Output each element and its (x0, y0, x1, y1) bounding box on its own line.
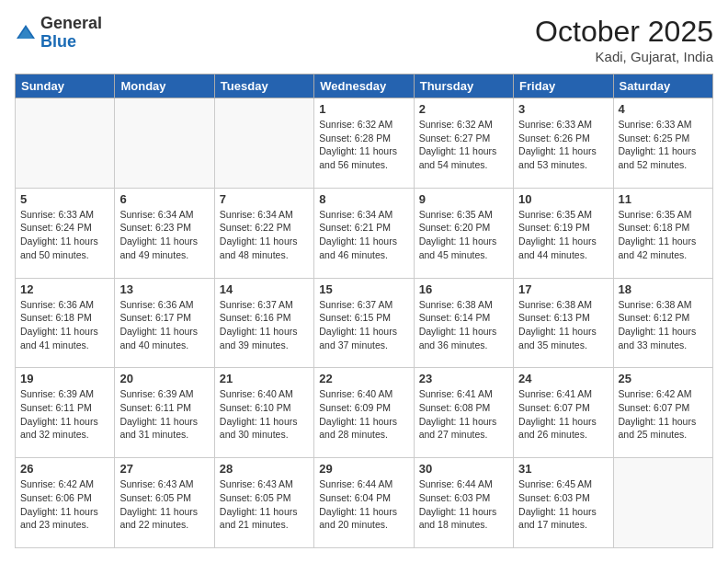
page: General Blue October 2025 Kadi, Gujarat,… (0, 0, 728, 563)
calendar-cell: 27Sunrise: 6:43 AM Sunset: 6:05 PM Dayli… (115, 458, 214, 548)
calendar-cell: 19Sunrise: 6:39 AM Sunset: 6:11 PM Dayli… (16, 368, 115, 458)
day-number: 5 (20, 192, 109, 206)
day-number: 23 (419, 372, 508, 385)
day-number: 8 (319, 192, 408, 206)
week-row-5: 26Sunrise: 6:42 AM Sunset: 6:06 PM Dayli… (16, 458, 713, 548)
weekday-header-saturday: Saturday (613, 75, 712, 98)
weekday-header-thursday: Thursday (414, 75, 513, 98)
day-info: Sunrise: 6:34 AM Sunset: 6:22 PM Dayligh… (220, 208, 309, 262)
day-info: Sunrise: 6:41 AM Sunset: 6:08 PM Dayligh… (419, 387, 508, 442)
weekday-header-friday: Friday (514, 75, 613, 98)
day-info: Sunrise: 6:37 AM Sunset: 6:16 PM Dayligh… (220, 298, 309, 352)
week-row-3: 12Sunrise: 6:36 AM Sunset: 6:18 PM Dayli… (16, 278, 713, 368)
calendar-cell: 25Sunrise: 6:42 AM Sunset: 6:07 PM Dayli… (613, 368, 712, 458)
calendar-cell: 28Sunrise: 6:43 AM Sunset: 6:05 PM Dayli… (214, 458, 313, 548)
day-info: Sunrise: 6:44 AM Sunset: 6:04 PM Dayligh… (319, 477, 408, 532)
calendar-cell (16, 98, 115, 189)
day-info: Sunrise: 6:43 AM Sunset: 6:05 PM Dayligh… (220, 477, 309, 532)
day-number: 25 (619, 372, 708, 385)
day-info: Sunrise: 6:45 AM Sunset: 6:03 PM Dayligh… (518, 477, 608, 532)
day-info: Sunrise: 6:40 AM Sunset: 6:09 PM Dayligh… (319, 387, 408, 442)
day-number: 15 (319, 282, 408, 296)
day-number: 24 (518, 372, 608, 385)
logo-text: General Blue (40, 15, 102, 52)
day-number: 1 (319, 102, 408, 116)
day-number: 29 (319, 462, 408, 476)
calendar-cell: 17Sunrise: 6:38 AM Sunset: 6:13 PM Dayli… (514, 278, 613, 368)
day-number: 6 (119, 192, 209, 206)
day-number: 2 (419, 102, 508, 116)
calendar-cell: 23Sunrise: 6:41 AM Sunset: 6:08 PM Dayli… (414, 368, 513, 458)
day-info: Sunrise: 6:34 AM Sunset: 6:23 PM Dayligh… (119, 208, 209, 262)
calendar-cell: 20Sunrise: 6:39 AM Sunset: 6:11 PM Dayli… (115, 368, 214, 458)
calendar-cell: 30Sunrise: 6:44 AM Sunset: 6:03 PM Dayli… (414, 458, 513, 548)
day-info: Sunrise: 6:40 AM Sunset: 6:10 PM Dayligh… (220, 387, 309, 442)
calendar-cell: 7Sunrise: 6:34 AM Sunset: 6:22 PM Daylig… (214, 188, 313, 278)
day-number: 13 (119, 282, 209, 296)
calendar-cell: 29Sunrise: 6:44 AM Sunset: 6:04 PM Dayli… (314, 458, 414, 548)
day-info: Sunrise: 6:42 AM Sunset: 6:07 PM Dayligh… (619, 387, 708, 442)
day-info: Sunrise: 6:37 AM Sunset: 6:15 PM Dayligh… (319, 298, 408, 352)
day-info: Sunrise: 6:33 AM Sunset: 6:24 PM Dayligh… (20, 208, 109, 262)
day-info: Sunrise: 6:35 AM Sunset: 6:20 PM Dayligh… (419, 208, 508, 262)
day-info: Sunrise: 6:35 AM Sunset: 6:19 PM Dayligh… (518, 208, 608, 262)
calendar-cell: 14Sunrise: 6:37 AM Sunset: 6:16 PM Dayli… (214, 278, 313, 368)
weekday-header-tuesday: Tuesday (214, 75, 313, 98)
day-number: 4 (619, 102, 708, 116)
day-number: 21 (220, 372, 309, 385)
calendar-cell (613, 458, 712, 548)
title-block: October 2025 Kadi, Gujarat, India (535, 15, 713, 64)
calendar-cell: 11Sunrise: 6:35 AM Sunset: 6:18 PM Dayli… (613, 188, 712, 278)
day-info: Sunrise: 6:44 AM Sunset: 6:03 PM Dayligh… (419, 477, 508, 532)
calendar-cell: 16Sunrise: 6:38 AM Sunset: 6:14 PM Dayli… (414, 278, 513, 368)
day-number: 17 (518, 282, 608, 296)
calendar-cell: 18Sunrise: 6:38 AM Sunset: 6:12 PM Dayli… (613, 278, 712, 368)
day-number: 28 (220, 462, 309, 476)
location-title: Kadi, Gujarat, India (535, 49, 713, 64)
logo-icon (15, 22, 37, 44)
calendar-cell: 13Sunrise: 6:36 AM Sunset: 6:17 PM Dayli… (115, 278, 214, 368)
day-info: Sunrise: 6:33 AM Sunset: 6:26 PM Dayligh… (518, 118, 608, 172)
calendar-cell (214, 98, 313, 189)
calendar-cell: 24Sunrise: 6:41 AM Sunset: 6:07 PM Dayli… (514, 368, 613, 458)
day-number: 14 (220, 282, 309, 296)
day-info: Sunrise: 6:32 AM Sunset: 6:28 PM Dayligh… (319, 118, 408, 172)
weekday-header-wednesday: Wednesday (314, 75, 414, 98)
calendar-cell: 8Sunrise: 6:34 AM Sunset: 6:21 PM Daylig… (314, 188, 414, 278)
calendar-cell: 31Sunrise: 6:45 AM Sunset: 6:03 PM Dayli… (514, 458, 613, 548)
calendar-cell: 26Sunrise: 6:42 AM Sunset: 6:06 PM Dayli… (16, 458, 115, 548)
day-number: 26 (20, 462, 109, 476)
logo: General Blue (15, 15, 102, 52)
day-info: Sunrise: 6:41 AM Sunset: 6:07 PM Dayligh… (518, 387, 608, 442)
day-info: Sunrise: 6:36 AM Sunset: 6:18 PM Dayligh… (20, 298, 109, 352)
weekday-header-monday: Monday (115, 75, 214, 98)
day-info: Sunrise: 6:34 AM Sunset: 6:21 PM Dayligh… (319, 208, 408, 262)
day-number: 18 (619, 282, 708, 296)
day-number: 10 (518, 192, 608, 206)
weekday-header-sunday: Sunday (16, 75, 115, 98)
calendar-body: 1Sunrise: 6:32 AM Sunset: 6:28 PM Daylig… (16, 98, 713, 548)
calendar-cell: 4Sunrise: 6:33 AM Sunset: 6:25 PM Daylig… (613, 98, 712, 189)
day-number: 3 (518, 102, 608, 116)
month-title: October 2025 (535, 15, 713, 49)
header: General Blue October 2025 Kadi, Gujarat,… (15, 15, 713, 64)
calendar-cell: 9Sunrise: 6:35 AM Sunset: 6:20 PM Daylig… (414, 188, 513, 278)
day-info: Sunrise: 6:39 AM Sunset: 6:11 PM Dayligh… (119, 387, 209, 442)
day-info: Sunrise: 6:36 AM Sunset: 6:17 PM Dayligh… (119, 298, 209, 352)
logo-blue-text: Blue (40, 33, 102, 52)
day-number: 22 (319, 372, 408, 385)
calendar-cell: 5Sunrise: 6:33 AM Sunset: 6:24 PM Daylig… (16, 188, 115, 278)
weekday-header-row: SundayMondayTuesdayWednesdayThursdayFrid… (16, 75, 713, 98)
week-row-2: 5Sunrise: 6:33 AM Sunset: 6:24 PM Daylig… (16, 188, 713, 278)
day-info: Sunrise: 6:32 AM Sunset: 6:27 PM Dayligh… (419, 118, 508, 172)
calendar-table: SundayMondayTuesdayWednesdayThursdayFrid… (15, 74, 713, 548)
day-info: Sunrise: 6:33 AM Sunset: 6:25 PM Dayligh… (619, 118, 708, 172)
day-number: 16 (419, 282, 508, 296)
day-info: Sunrise: 6:38 AM Sunset: 6:12 PM Dayligh… (619, 298, 708, 352)
calendar-cell: 22Sunrise: 6:40 AM Sunset: 6:09 PM Dayli… (314, 368, 414, 458)
day-number: 19 (20, 372, 109, 385)
logo-general: General (40, 15, 102, 33)
week-row-1: 1Sunrise: 6:32 AM Sunset: 6:28 PM Daylig… (16, 98, 713, 189)
calendar-cell: 10Sunrise: 6:35 AM Sunset: 6:19 PM Dayli… (514, 188, 613, 278)
day-number: 9 (419, 192, 508, 206)
